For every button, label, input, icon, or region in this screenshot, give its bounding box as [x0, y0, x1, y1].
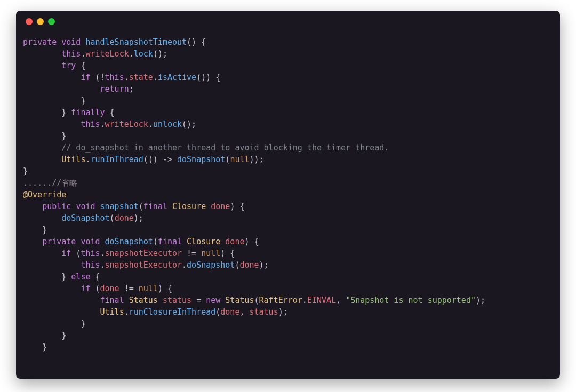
literal-null: null	[230, 155, 249, 164]
function-name: isActive	[158, 73, 196, 82]
annotation: @Override	[23, 190, 66, 199]
keyword: final	[100, 295, 124, 305]
zoom-icon[interactable]	[48, 18, 55, 25]
keyword: return	[100, 84, 129, 94]
keyword: finally	[71, 108, 105, 117]
operator: !=	[187, 249, 196, 258]
function-name: runInThread	[90, 155, 143, 164]
keyword: else	[71, 272, 90, 282]
keyword: final	[158, 237, 182, 246]
type-name: Utils	[61, 155, 85, 164]
keyword: final	[143, 202, 167, 211]
identifier: writeLock	[105, 119, 148, 129]
function-name: doSnapshot	[187, 260, 235, 270]
keyword: void	[81, 237, 100, 246]
identifier: done	[239, 260, 259, 270]
type-name: Closure	[187, 237, 220, 246]
function-name: snapshot	[100, 202, 139, 211]
keyword: try	[61, 61, 76, 70]
identifier: status	[163, 295, 191, 305]
code-window: private void handleSnapshotTimeout() { t…	[16, 11, 560, 379]
code-block: private void handleSnapshotTimeout() { t…	[16, 32, 560, 364]
keyword: if	[81, 73, 90, 82]
keyword: this	[61, 49, 81, 59]
keyword: void	[61, 37, 81, 47]
identifier: writeLock	[85, 49, 129, 59]
close-icon[interactable]	[26, 18, 33, 25]
keyword: public	[42, 202, 71, 211]
keyword: this	[81, 119, 100, 129]
keyword: this	[81, 260, 100, 270]
type-name: Status	[225, 295, 254, 305]
type-name: Utils	[100, 307, 124, 317]
type-name: RaftError	[259, 295, 302, 305]
identifier: snapshotExecutor	[105, 260, 182, 270]
window-titlebar	[16, 11, 560, 32]
ellipsis-comment: ......//省略	[23, 178, 77, 188]
function-name: lock	[134, 49, 153, 59]
keyword: this	[105, 73, 124, 82]
operator: !=	[124, 284, 134, 293]
function-name: runClosureInThread	[129, 307, 216, 317]
identifier: done	[220, 307, 239, 317]
literal-null: null	[139, 284, 158, 293]
comment: // do_snapshot in another thread to avoi…	[61, 143, 389, 153]
identifier: done	[115, 213, 134, 223]
keyword: if	[81, 284, 90, 293]
keyword: void	[76, 202, 95, 211]
literal-null: null	[201, 249, 220, 258]
type-name: Status	[129, 295, 158, 305]
keyword: this	[81, 249, 100, 258]
keyword: private	[42, 237, 76, 246]
keyword: new	[206, 295, 220, 305]
type-name: Closure	[172, 202, 206, 211]
function-name: doSnapshot	[105, 237, 153, 246]
function-name: doSnapshot	[177, 155, 225, 164]
identifier: done	[211, 202, 230, 211]
identifier: status	[250, 307, 278, 317]
identifier: snapshotExecutor	[105, 249, 182, 258]
string-literal: "Snapshot is not supported"	[346, 295, 476, 305]
identifier: state	[129, 73, 153, 82]
function-name: doSnapshot	[61, 213, 109, 223]
identifier: done	[225, 237, 244, 246]
keyword: private	[23, 37, 57, 47]
identifier: done	[100, 284, 119, 293]
function-name: unlock	[153, 119, 182, 129]
minimize-icon[interactable]	[37, 18, 44, 25]
identifier: EINVAL	[307, 295, 336, 305]
keyword: if	[61, 249, 71, 258]
function-name: handleSnapshotTimeout	[85, 37, 187, 47]
